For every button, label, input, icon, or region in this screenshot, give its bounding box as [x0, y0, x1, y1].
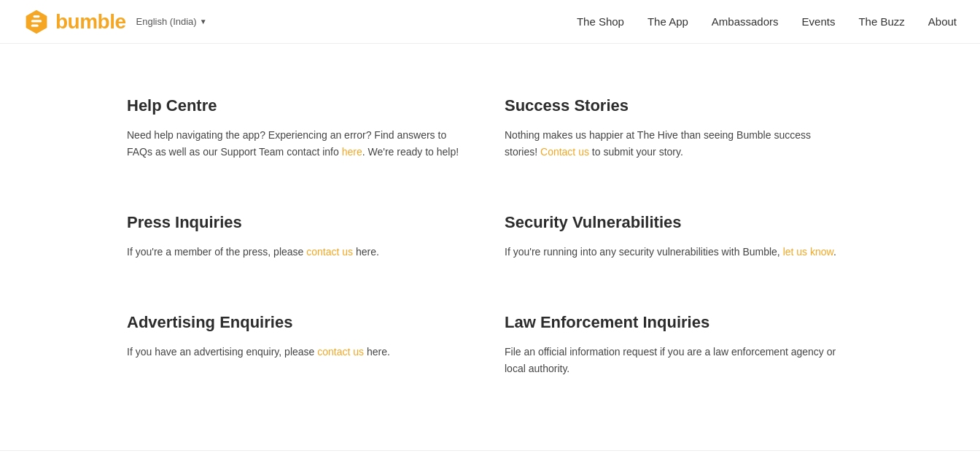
law-enforcement-title: Law Enforcement Inquiries — [505, 313, 839, 332]
svg-rect-3 — [34, 15, 40, 18]
lang-label: English (India) — [136, 16, 197, 27]
nav-the-app[interactable]: The App — [648, 15, 688, 28]
nav-the-shop[interactable]: The Shop — [577, 15, 624, 28]
security-vulnerabilities-body: If you're running into any security vuln… — [505, 244, 839, 260]
success-stories-body: Nothing makes us happier at The Hive tha… — [505, 127, 839, 161]
press-inquiries-title: Press Inquiries — [127, 213, 461, 232]
security-let-us-know-link[interactable]: let us know — [783, 246, 833, 258]
language-selector[interactable]: English (India) ▼ — [136, 16, 207, 27]
help-centre-card: Help Centre Need help navigating the app… — [112, 73, 490, 190]
chevron-down-icon: ▼ — [200, 18, 207, 26]
press-inquiries-card: Press Inquiries If you're a member of th… — [112, 190, 490, 290]
logo-area[interactable]: bumble — [23, 9, 126, 35]
logo-text: bumble — [55, 10, 126, 34]
site-header: bumble English (India) ▼ The Shop The Ap… — [0, 0, 980, 44]
svg-rect-2 — [31, 24, 39, 26]
svg-rect-1 — [31, 20, 42, 22]
main-nav: The Shop The App Ambassadors Events The … — [577, 15, 957, 28]
press-contact-link[interactable]: contact us — [306, 246, 353, 258]
help-centre-body: Need help navigating the app? Experienci… — [127, 127, 461, 161]
success-contact-link[interactable]: Contact us — [540, 146, 589, 158]
law-enforcement-body: File an official information request if … — [505, 344, 839, 377]
success-stories-title: Success Stories — [505, 96, 839, 115]
advertising-enquiries-title: Advertising Enquiries — [127, 313, 461, 332]
nav-ambassadors[interactable]: Ambassadors — [712, 15, 779, 28]
advertising-contact-link[interactable]: contact us — [317, 346, 364, 358]
security-vulnerabilities-card: Security Vulnerabilities If you're runni… — [490, 190, 868, 290]
nav-events[interactable]: Events — [802, 15, 836, 28]
help-here-link[interactable]: here — [342, 146, 362, 158]
main-content: Help Centre Need help navigating the app… — [89, 44, 891, 450]
nav-the-buzz[interactable]: The Buzz — [858, 15, 904, 28]
law-enforcement-card: Law Enforcement Inquiries File an offici… — [490, 290, 868, 406]
security-vulnerabilities-title: Security Vulnerabilities — [505, 213, 839, 232]
site-footer: bumble — [0, 450, 980, 467]
advertising-enquiries-body: If you have an advertising enquiry, plea… — [127, 344, 461, 360]
advertising-enquiries-card: Advertising Enquiries If you have an adv… — [112, 290, 490, 406]
bumble-logo-icon — [23, 9, 50, 35]
press-inquiries-body: If you're a member of the press, please … — [127, 244, 461, 260]
cards-grid: Help Centre Need help navigating the app… — [112, 73, 868, 406]
success-stories-card: Success Stories Nothing makes us happier… — [490, 73, 868, 190]
help-centre-title: Help Centre — [127, 96, 461, 115]
nav-about[interactable]: About — [928, 15, 957, 28]
